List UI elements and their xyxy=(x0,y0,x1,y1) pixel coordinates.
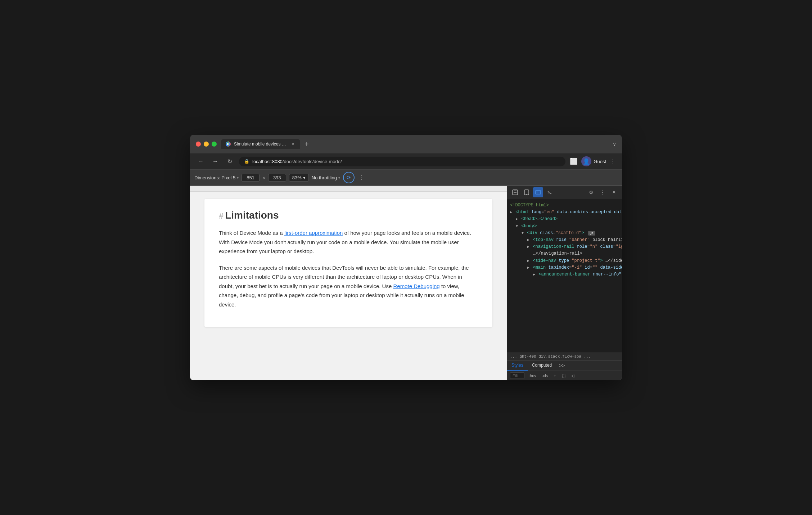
dimensions-selector[interactable]: Dimensions: Pixel 5 ▾ xyxy=(194,175,239,180)
devtools-toolbar: Dimensions: Pixel 5 ▾ × 83% ▾ No throttl… xyxy=(190,170,622,186)
devtools-panel-toolbar: ⚙ ⋮ × xyxy=(507,186,622,199)
cast-icon[interactable]: ⬜ xyxy=(570,157,578,165)
profile-button[interactable]: 👤 Guest xyxy=(581,156,606,166)
viewport-ruler xyxy=(190,186,507,192)
html-line-side-nav[interactable]: ▶ <side-nav type="project t"> …</side-na… xyxy=(510,258,619,264)
minimize-button[interactable] xyxy=(204,142,209,147)
width-input[interactable] xyxy=(242,174,260,182)
expand-icon[interactable]: ▶ xyxy=(510,210,512,214)
elements-icon xyxy=(535,189,541,195)
para1-pre: Think of Device Mode as a xyxy=(219,230,284,236)
html-line-body[interactable]: ▼ <body> xyxy=(510,223,619,230)
tab-favicon xyxy=(225,141,231,147)
html-line-nav-rail[interactable]: ▶ <navigation-rail role="n" class="lg:pa… xyxy=(510,243,619,250)
style-icon2[interactable]: ◁ xyxy=(570,373,576,379)
svg-rect-5 xyxy=(536,191,541,194)
address-bar-right: ⬜ 👤 Guest ⋮ xyxy=(570,156,616,166)
active-tab[interactable]: Simulate mobile devices with D × xyxy=(221,139,300,149)
title-bar: Simulate mobile devices with D × + ∨ xyxy=(190,135,622,153)
html-line-nav-rail-close: …</navigation-rail> xyxy=(510,250,619,257)
style-icon1[interactable]: ⬚ xyxy=(560,373,567,379)
expand-icon[interactable]: ▶ xyxy=(527,266,529,270)
first-order-link[interactable]: first-order approximation xyxy=(284,230,343,236)
close-button[interactable] xyxy=(196,142,201,147)
url-domain: localhost:8080 xyxy=(252,159,283,164)
refresh-button[interactable]: ↻ xyxy=(225,156,235,166)
new-tab-button[interactable]: + xyxy=(302,139,312,149)
height-input[interactable] xyxy=(268,174,286,182)
browser-window: Simulate mobile devices with D × + ∨ ← →… xyxy=(190,135,622,380)
breadcrumb-bar: ... ght-400 div.stack.flow-spa ... xyxy=(507,353,622,360)
profile-label: Guest xyxy=(594,159,606,164)
settings-tool-button[interactable]: ⚙ xyxy=(586,187,596,197)
url-text: localhost:8080/docs/devtools/device-mode… xyxy=(252,159,560,164)
panel-more-icon: ⋮ xyxy=(600,189,605,195)
address-bar: ← → ↻ 🔒 localhost:8080/docs/devtools/dev… xyxy=(190,153,622,170)
page-title: Limitations xyxy=(225,210,279,221)
tab-close-button[interactable]: × xyxy=(290,141,296,147)
expand-icon[interactable]: ▶ xyxy=(527,238,529,242)
tab-bar: Simulate mobile devices with D × + xyxy=(221,139,412,149)
profile-icon: 👤 xyxy=(583,158,590,165)
settings-icon: ⚙ xyxy=(589,189,594,195)
page-heading: # Limitations xyxy=(219,210,478,221)
html-line-announcement[interactable]: ▶ <announcement-banner nner--info" stora… xyxy=(510,271,619,278)
expand-icon[interactable]: ▶ xyxy=(527,245,529,249)
devtools-html-panel: <!DOCTYPE html> ▶ <html lang="en" data-c… xyxy=(507,199,622,353)
throttle-dropdown-icon: ▾ xyxy=(338,176,340,180)
breadcrumb: ... ght-400 div.stack.flow-spa ... xyxy=(510,354,591,359)
expand-icon[interactable]: ▶ xyxy=(533,273,535,277)
tab-title: Simulate mobile devices with D xyxy=(234,142,287,147)
zoom-dropdown-icon: ▾ xyxy=(303,175,306,180)
styles-tabs-bar: Styles Computed >> xyxy=(507,360,622,371)
html-line-doctype: <!DOCTYPE html> xyxy=(510,202,619,209)
styles-filter-input[interactable] xyxy=(510,372,524,379)
expand-icon[interactable]: ▶ xyxy=(516,217,518,221)
hov-button[interactable]: :hov xyxy=(527,373,538,379)
throttle-selector[interactable]: No throttling ▾ xyxy=(312,175,340,180)
toolbar-more-icon[interactable]: ⋮ xyxy=(359,174,365,181)
styles-filter-bar: :hov .cls + ⬚ ◁ xyxy=(507,371,622,380)
browser-menu-icon[interactable]: ⋮ xyxy=(610,157,616,165)
expand-icon[interactable]: ▶ xyxy=(527,259,529,263)
styles-more-icon[interactable]: >> xyxy=(556,361,568,370)
lock-icon: 🔒 xyxy=(244,159,249,164)
back-button[interactable]: ← xyxy=(196,156,206,166)
html-line-top-nav[interactable]: ▶ <top-nav role="banner" block hairline-… xyxy=(510,237,619,243)
tab-computed[interactable]: Computed xyxy=(528,360,556,371)
url-path: /docs/devtools/device-mode/ xyxy=(283,159,342,164)
dimension-cross: × xyxy=(262,175,265,180)
remote-debugging-link[interactable]: Remote Debugging xyxy=(393,283,439,289)
html-line-main[interactable]: ▶ <main tabindex="-1" id="" data-side-na… xyxy=(510,264,619,271)
zoom-selector[interactable]: 83% ▾ xyxy=(289,174,309,182)
panel-close-button[interactable]: × xyxy=(609,187,619,197)
page-content: # Limitations Think of Device Mode as a … xyxy=(204,199,492,327)
expand-icon[interactable]: ▼ xyxy=(522,231,524,235)
paragraph-1: Think of Device Mode as a first-order ap… xyxy=(219,228,478,256)
elements-tool-button[interactable] xyxy=(533,187,543,197)
device-tool-button[interactable] xyxy=(522,187,532,197)
html-line-div-scaffold[interactable]: ▼ <div class="scaffold"> gr xyxy=(510,230,619,237)
tab-styles[interactable]: Styles xyxy=(507,360,528,371)
heading-hash: # xyxy=(219,212,224,221)
inspect-tool-button[interactable] xyxy=(510,187,520,197)
html-line-head[interactable]: ▶ <head>…</head> xyxy=(510,216,619,223)
devtools-panel: ⚙ ⋮ × <!DOCTYPE html> ▶ <html lang="en" xyxy=(507,186,622,380)
console-tool-button[interactable] xyxy=(545,187,555,197)
throttle-label: No throttling xyxy=(312,175,337,180)
expand-icon[interactable]: ▼ xyxy=(516,224,518,228)
rotate-button[interactable]: ⟳ xyxy=(343,172,355,183)
close-icon: × xyxy=(612,189,615,196)
maximize-button[interactable] xyxy=(212,142,217,147)
traffic-lights xyxy=(196,142,217,147)
badge: gr xyxy=(588,231,595,236)
window-chevron-icon[interactable]: ∨ xyxy=(613,141,616,147)
panel-more-button[interactable]: ⋮ xyxy=(597,187,608,197)
cls-button[interactable]: .cls xyxy=(541,373,550,379)
url-bar[interactable]: 🔒 localhost:8080/docs/devtools/device-mo… xyxy=(239,157,565,166)
zoom-label: 83% xyxy=(292,175,302,180)
add-style-button[interactable]: + xyxy=(552,373,557,379)
inspect-icon xyxy=(512,189,518,195)
html-line-html[interactable]: ▶ <html lang="en" data-cookies-accepted … xyxy=(510,209,619,216)
forward-button[interactable]: → xyxy=(210,156,220,166)
